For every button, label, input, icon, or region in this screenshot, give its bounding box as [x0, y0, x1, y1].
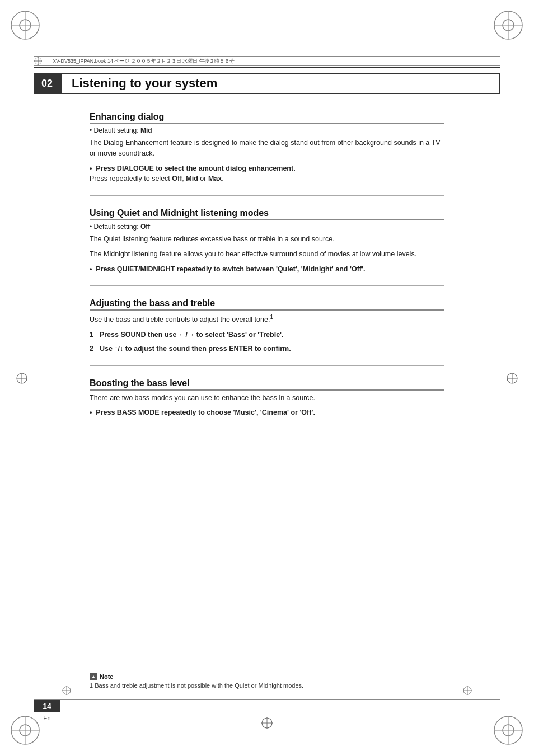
instruction-dialogue: • Press DIALOGUE to select the amount di… — [90, 163, 444, 185]
instruction-bass-step2: 2 Use ↑/↓ to adjust the sound then press… — [90, 344, 444, 354]
body-quiet-2: The Midnight listening feature allows yo… — [90, 249, 444, 260]
default-value-1: Mid — [140, 126, 152, 134]
default-setting-enhancing: • Default setting: Mid — [90, 126, 444, 134]
body-enhancing: The Dialog Enhancement feature is design… — [90, 138, 444, 159]
page-number-box: 14 — [34, 700, 60, 712]
bottom-right-crosshair — [462, 685, 472, 696]
note-section: ▲ Note 1 Bass and treble adjustment is n… — [90, 669, 444, 689]
crosshair-small-left — [34, 57, 43, 65]
bottom-strip-line2 — [34, 701, 500, 701]
note-icon: ▲ — [90, 673, 97, 680]
section-title-bass-treble: Adjusting the bass and treble — [90, 298, 444, 311]
left-mid-crosshair — [16, 372, 28, 384]
top-bar-line2 — [34, 67, 500, 68]
body-quiet-1: The Quiet listening feature reduces exce… — [90, 234, 444, 245]
section-bass-treble: Adjusting the bass and treble Use the ba… — [90, 298, 444, 365]
corner-deco-tl — [10, 10, 41, 41]
right-mid-crosshair — [506, 372, 518, 384]
body-boosting-bass: There are two bass modes you can use to … — [90, 393, 444, 403]
file-info-text: XV-DV535_IPPAN.book 14 ページ ２００５年２月２３日 水曜… — [53, 58, 235, 65]
top-bar-line1 — [34, 55, 500, 55]
body-text-bass-treble: Use the bass and treble controls to adju… — [90, 316, 270, 323]
default-value-2: Off — [140, 223, 150, 231]
chapter-title: Listening to your system — [72, 76, 217, 91]
instruction-bass-step1: 1 Press SOUND then use ←/→ to select 'Ba… — [90, 330, 444, 340]
section-quiet-midnight: Using Quiet and Midnight listening modes… — [90, 208, 444, 286]
page-number: 14 — [43, 702, 51, 711]
section-title-quiet-midnight: Using Quiet and Midnight listening modes — [90, 208, 444, 220]
corner-deco-br — [493, 715, 524, 746]
section-boosting-bass: Boosting the bass level There are two ba… — [90, 378, 444, 430]
instruction-quiet: • Press QUIET/MIDNIGHT repeatedly to swi… — [90, 264, 444, 275]
default-label-1: Default setting: — [94, 126, 139, 134]
note-item-1: 1 Bass and treble adjustment is not poss… — [90, 682, 444, 689]
chapter-number: 02 — [41, 78, 53, 90]
instruction-bass-mode: • Press BASS MODE repeatedly to choose '… — [90, 407, 444, 418]
corner-deco-tr — [493, 10, 524, 41]
center-bottom-crosshair — [261, 717, 273, 729]
section-enhancing-dialog: Enhancing dialog • Default setting: Mid … — [90, 112, 444, 196]
main-content: Enhancing dialog • Default setting: Mid … — [90, 112, 444, 442]
page-lang: En — [34, 715, 60, 721]
header-strip: XV-DV535_IPPAN.book 14 ページ ２００５年２月２３日 水曜… — [34, 56, 500, 66]
body-bass-treble: Use the bass and treble controls to adju… — [90, 313, 444, 325]
chapter-number-box: 02 — [34, 73, 60, 94]
chapter-title-bar: Listening to your system — [60, 73, 500, 94]
section-title-boosting-bass: Boosting the bass level — [90, 378, 444, 391]
default-setting-quiet: • Default setting: Off — [90, 223, 444, 231]
default-label-2: Default setting: — [94, 223, 139, 231]
bottom-strip-line1 — [34, 699, 500, 700]
chapter-header: 02 Listening to your system — [34, 73, 500, 94]
bottom-left-crosshair — [62, 685, 72, 696]
section-title-enhancing-dialog: Enhancing dialog — [90, 112, 444, 124]
footnote-ref-1: 1 — [270, 314, 273, 320]
note-label: Note — [100, 673, 113, 680]
note-header: ▲ Note — [90, 673, 444, 680]
